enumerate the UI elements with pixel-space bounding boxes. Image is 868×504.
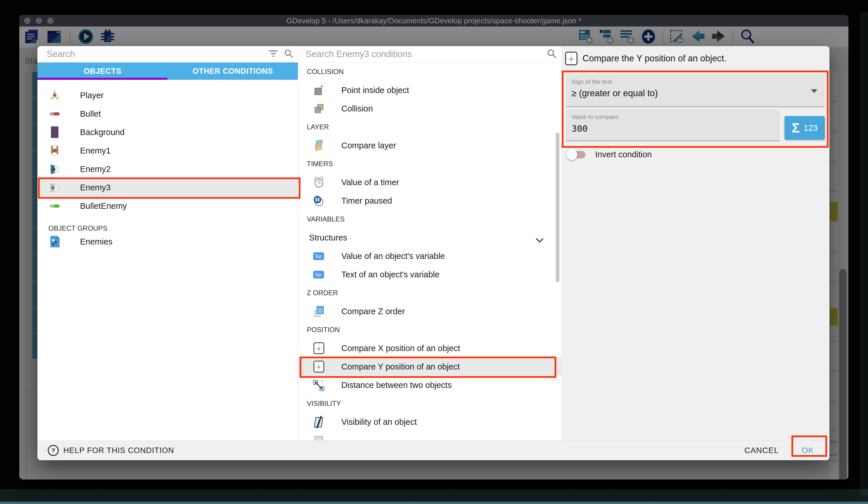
object-selector-panel: OBJECTS OTHER CONDITIONS PlayerBulletBac… [38, 46, 298, 441]
desktop-texture-bottom [0, 489, 868, 502]
condition-item-text-of-an-object-s-variable[interactable]: VarText of an object's variable [298, 265, 561, 284]
expander-structures[interactable]: Structures [298, 228, 561, 247]
condition-section-layer: LAYER [298, 118, 561, 136]
position-icon [312, 342, 325, 354]
condition-label: Value of an object's variable [341, 251, 445, 261]
value-to-compare-label: Value to compare [571, 113, 774, 120]
condition-search-row [298, 46, 561, 62]
condition-editor-dialog: OBJECTS OTHER CONDITIONS PlayerBulletBac… [38, 46, 829, 460]
expression-builder-button[interactable]: Σ 123 [785, 116, 825, 140]
condition-label: Value of a timer [341, 178, 399, 187]
condition-item-point-inside-object[interactable]: ++Point inside object [298, 81, 561, 99]
object-label: BulletEnemy [80, 201, 127, 211]
condition-item-value-of-a-timer[interactable]: Value of a timer [298, 173, 561, 192]
condition-item-timer-paused[interactable]: Timer paused [298, 192, 561, 210]
value-to-compare-value: 300 [571, 123, 774, 134]
condition-item-compare-x-position-of-an-object[interactable]: Compare X position of an object [298, 339, 561, 357]
chevron-down-icon [811, 89, 817, 93]
tab-other-conditions[interactable]: OTHER CONDITIONS [168, 62, 298, 80]
ok-button[interactable]: OK [795, 441, 821, 460]
layers-icon [312, 139, 325, 152]
object-item-bulletenemy[interactable]: BulletEnemy [38, 197, 298, 215]
bullet-enemy-icon [48, 200, 61, 212]
sign-of-test-label: Sign of the test [571, 78, 819, 85]
condition-list-panel: COLLISION++Point inside objectCollisionL… [298, 46, 561, 441]
help-label: HELP FOR THIS CONDITION [63, 446, 174, 455]
background-object-icon [48, 126, 61, 139]
object-item-bullet[interactable]: Bullet [38, 104, 298, 123]
condition-section-position: POSITION [298, 321, 561, 339]
condition-item-visibility-of-an-object[interactable]: Visibility of an object [298, 413, 561, 431]
condition-label: Compare layer [341, 141, 396, 150]
condition-item-compare-layer[interactable]: Compare layer [298, 136, 561, 155]
sign-of-test-value: ≥ (greater or equal to) [571, 88, 819, 99]
condition-label: Compare X position of an object [341, 344, 460, 353]
condition-item-compare-y-position-of-an-object[interactable]: Compare Y position of an object [298, 357, 561, 376]
window-title: GDevelop 5 - /Users/dkarakay/Documents/G… [19, 15, 848, 27]
condition-label: Visibility of an object [341, 417, 417, 427]
object-item-enemy1[interactable]: Enemy1 [38, 141, 298, 160]
filter-icon[interactable] [269, 50, 278, 59]
active-tab-underline [38, 78, 167, 80]
sigma-badge: 123 [804, 123, 818, 133]
collision-icon [312, 102, 325, 115]
condition-item-distance-between-two-objects[interactable]: ?Distance between two objects [298, 376, 561, 394]
dialog-footer: ? HELP FOR THIS CONDITION CANCEL OK [38, 440, 829, 460]
toggle-knob [566, 149, 577, 160]
object-search-row [38, 46, 298, 62]
titlebar: GDevelop 5 - /Users/dkarakay/Documents/G… [19, 15, 848, 27]
sigma-icon: Σ [792, 120, 800, 135]
condition-list-scrollbar-thumb[interactable] [556, 132, 559, 282]
object-group-icon [48, 235, 61, 248]
search-icon [284, 49, 293, 59]
cancel-button[interactable]: CANCEL [740, 441, 783, 460]
svg-text:?: ? [321, 379, 323, 384]
condition-label: Point inside object [341, 85, 409, 95]
condition-section-timers: TIMERS [298, 155, 561, 173]
search-icon [547, 49, 557, 60]
bullet-icon [48, 108, 61, 120]
invert-condition-toggle[interactable] [568, 151, 585, 158]
condition-item-partial-item[interactable] [298, 431, 561, 441]
visibility-icon [312, 416, 325, 428]
condition-item-collision[interactable]: Collision [298, 99, 561, 118]
z-order-icon [312, 305, 325, 317]
svg-text:Var: Var [315, 253, 322, 259]
object-tabs: OBJECTS OTHER CONDITIONS [38, 62, 298, 80]
expander-label: Structures [309, 233, 347, 242]
object-item-player[interactable]: Player [38, 86, 298, 104]
object-search-input[interactable] [38, 46, 269, 62]
condition-header: Compare the Y position of an object. [565, 51, 726, 65]
object-item-enemy3[interactable]: Enemy3 [38, 178, 298, 197]
invert-condition-label: Invert condition [595, 150, 652, 159]
value-to-compare-field[interactable]: Value to compare 300 [566, 109, 780, 141]
object-label: Background [80, 128, 125, 137]
condition-item-compare-z-order[interactable]: Compare Z order [298, 302, 561, 321]
help-button[interactable]: ? HELP FOR THIS CONDITION [46, 441, 176, 460]
object-label: Enemy2 [80, 164, 111, 174]
condition-label: Timer paused [341, 196, 392, 205]
svg-text:Var: Var [315, 272, 322, 278]
object-item-enemy2[interactable]: Enemy2 [38, 160, 298, 178]
variable-icon: Var [312, 250, 325, 262]
chevron-down-icon [536, 235, 544, 245]
timer-icon [312, 176, 325, 189]
condition-parameters-panel: Compare the Y position of an object. Sig… [561, 46, 829, 441]
condition-label: Compare Y position of an object [341, 362, 460, 372]
sign-of-test-select[interactable]: Sign of the test ≥ (greater or equal to) [566, 74, 825, 107]
group-item-enemies[interactable]: Enemies [38, 232, 298, 251]
condition-label: Distance between two objects [341, 381, 452, 390]
invert-condition-row: Invert condition [565, 150, 652, 159]
tab-objects[interactable]: OBJECTS [38, 62, 168, 80]
condition-section-visibility: VISIBILITY [298, 394, 561, 413]
object-label: Player [80, 91, 104, 100]
compare-y-position-icon [565, 51, 578, 65]
group-label: Enemies [80, 237, 113, 246]
object-item-background[interactable]: Background [38, 123, 298, 141]
object-label: Enemy3 [80, 183, 111, 192]
desktop: GDevelop 5 - /Users/dkarakay/Documents/G… [0, 0, 868, 504]
condition-search-input[interactable] [298, 46, 547, 62]
condition-item-value-of-an-object-s-variable[interactable]: VarValue of an object's variable [298, 247, 561, 265]
partial-condition-icon [312, 434, 325, 441]
condition-section-z-order: Z ORDER [298, 284, 561, 302]
